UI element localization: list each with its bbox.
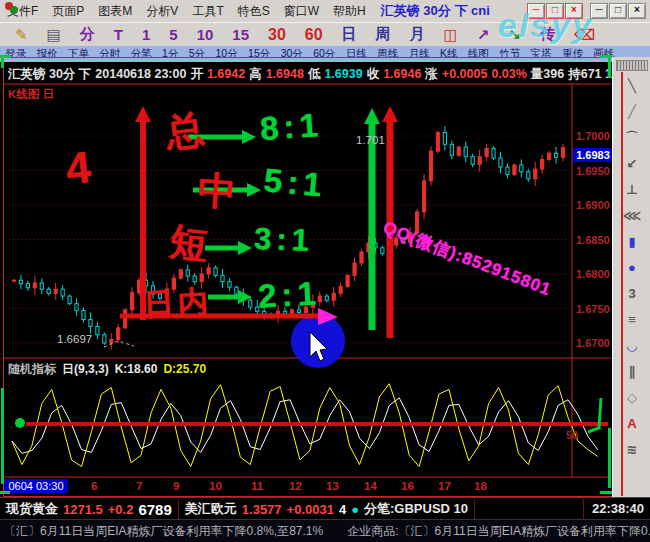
time-tick-label: 7	[136, 480, 142, 492]
text-segment-1: 1271.5	[63, 502, 103, 517]
eur-quote: 美汇欧元1.3577+0.00314●分笔:GBPUSD 10	[179, 499, 475, 519]
chart-type-label: K线图 日	[8, 87, 54, 102]
gann-fan-icon[interactable]: ⋘	[613, 203, 650, 229]
text-segment-4: 高	[249, 67, 262, 81]
channel-tool-icon[interactable]: ∥	[613, 359, 650, 385]
text-segment-5: 分笔:GBPUSD 10	[364, 500, 468, 518]
text-segment-6: 低	[308, 67, 321, 81]
annotation-term-long: 总	[164, 110, 206, 152]
text-segment-1: 日(9,3,3)	[62, 362, 109, 376]
text-segment-2: +0.0031	[287, 502, 334, 517]
text-segment-0: 汇英镑 30分 下	[8, 67, 91, 81]
time-tick-label: 9	[173, 480, 179, 492]
time-tick-label: 6	[91, 480, 97, 492]
annotation-ratio-1: 8:1	[259, 108, 324, 145]
trading-app-window: 文件F页面P图表M分析V工具T特色S窗口W帮助H 汇英镑 30分 下 cni ─…	[0, 0, 650, 542]
time-tick-label: 11	[251, 480, 263, 492]
text-segment-1: 20140618 23:00	[95, 67, 186, 81]
toolbar-divider	[621, 72, 623, 496]
last-price-badge: 1.6983	[573, 148, 613, 162]
segment-tool-icon[interactable]: ╱	[613, 99, 650, 125]
text-tool-icon[interactable]: A	[613, 411, 650, 437]
selection-handle[interactable]	[608, 428, 611, 488]
clock: 22:38:40	[583, 499, 650, 519]
annotation-ratio-2: 5:1	[263, 163, 328, 201]
annotation-term-short: 短	[168, 222, 210, 264]
wave-tool-icon[interactable]: ≋	[613, 437, 650, 463]
text-segment-0: 现货黄金	[6, 500, 58, 518]
time-tick-label: 17	[438, 480, 451, 492]
low-price-label: 1.6697	[57, 333, 92, 345]
arc-tool-icon[interactable]: ◡	[613, 333, 650, 359]
text-segment-2: K:18.60	[115, 362, 158, 376]
time-tick-label: 16	[401, 480, 414, 492]
drawing-toolbar: ╲╱⌒↙⊥⋘▮●3≡◡∥◇A≋	[612, 57, 650, 497]
text-segment-3: 6789	[138, 501, 171, 518]
annotation-number: 4	[64, 145, 93, 191]
peak-price-label: 1.701	[356, 134, 385, 146]
text-segment-13: 量396	[531, 67, 564, 81]
selection-handle[interactable]	[1, 388, 4, 484]
annotation-ratio-4: 2:1	[257, 276, 321, 312]
time-tick-label: 18	[474, 480, 487, 492]
time-tick-label: 14	[364, 480, 377, 492]
time-tick-label: 12	[289, 480, 302, 492]
time-tick-label: 13	[326, 480, 339, 492]
parallel-lines-icon[interactable]: ≡	[613, 307, 650, 333]
tick-dot-icon: ●	[351, 502, 359, 517]
text-segment-12: 0.03%	[491, 67, 526, 81]
selection-handle[interactable]	[1, 56, 4, 68]
rectangle-tool-icon[interactable]: ▮	[613, 229, 650, 255]
ellipse-tool-icon[interactable]: ●	[613, 255, 650, 281]
text-segment-0: 随机指标	[8, 362, 56, 376]
text-segment-7: 1.6939	[324, 67, 362, 81]
status-bar: 现货黄金1271.5+0.26789 美汇欧元1.3577+0.00314●分笔…	[0, 497, 650, 520]
curve-tool-icon[interactable]: 3	[613, 281, 650, 307]
eraser-tool-icon[interactable]: ◇	[613, 385, 650, 411]
line-tool-icon[interactable]: ╲	[613, 73, 650, 99]
text-segment-2: 开	[190, 67, 203, 81]
selection-handle[interactable]	[608, 58, 611, 78]
text-segment-3: D:25.70	[163, 362, 206, 376]
text-segment-8: 收	[367, 67, 380, 81]
quote-info-bar: 汇英镑 30分 下20140618 23:00开1.6942高1.6948低1.…	[8, 66, 608, 82]
annotation-ratio-3: 3:1	[253, 223, 314, 256]
time-tick-label: 10	[209, 480, 222, 492]
fan-lines-icon[interactable]: ⌒	[613, 125, 650, 151]
text-segment-3: 1.6942	[207, 67, 245, 81]
selection-handle[interactable]	[0, 491, 10, 494]
news-ticker: 〔汇〕6月11日当周EIA精炼厂设备利用率下降0.8%,至87.1% 企业商品:…	[0, 519, 650, 542]
text-segment-9: 1.6946	[383, 67, 421, 81]
text-segment-5: 1.6948	[266, 67, 304, 81]
text-segment-3: 4	[339, 502, 346, 517]
scrollbar-thumb[interactable]	[616, 60, 648, 71]
text-segment-10: 涨	[425, 67, 438, 81]
annotation-term-intraday: 日内	[143, 286, 212, 320]
indicator-header: 随机指标日(9,3,3)K:18.60D:25.70	[8, 361, 212, 378]
text-segment-2: +0.2	[108, 502, 134, 517]
text-segment-1: 1.3577	[242, 502, 282, 517]
arrow-lines-icon[interactable]: ↙	[613, 151, 650, 177]
gold-quote: 现货黄金1271.5+0.26789	[0, 499, 179, 519]
selection-handle[interactable]	[600, 491, 612, 494]
text-segment-11: +0.0005	[442, 67, 488, 81]
annotation-term-mid: 中	[197, 171, 238, 212]
indicator-ref-label: 50	[566, 429, 578, 441]
time-axis-highlight: 0604 03:30	[4, 479, 68, 493]
text-segment-0: 美汇欧元	[185, 500, 237, 518]
ruler-tool-icon[interactable]: ⊥	[613, 177, 650, 203]
